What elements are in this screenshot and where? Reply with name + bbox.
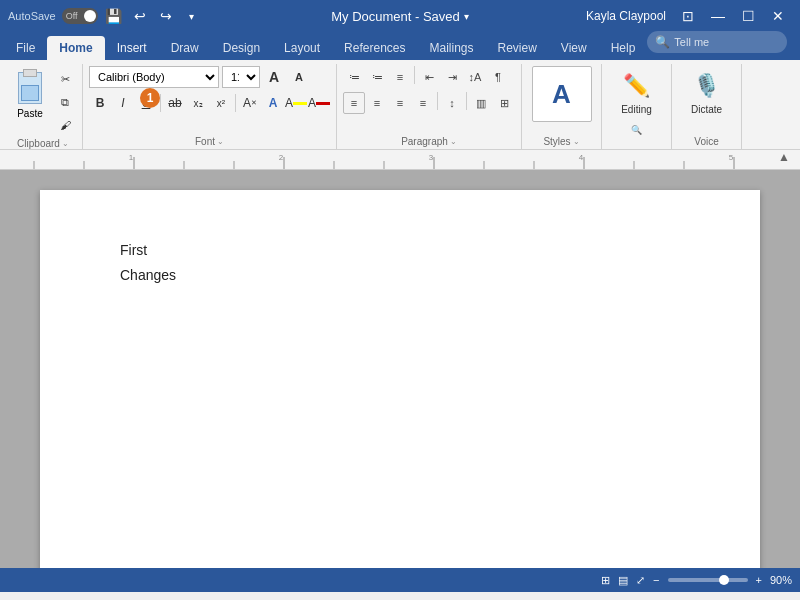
styles-icon: A	[552, 79, 571, 110]
tab-mailings[interactable]: Mailings	[417, 36, 485, 60]
paragraph-group: ≔ ≔ ≡ ⇤ ⇥ ↕A ¶ ≡ ≡ ≡ ≡ ↕ ▥ ⊞ Par	[337, 64, 522, 149]
zoom-minus-btn[interactable]: −	[653, 574, 659, 586]
cut-button[interactable]: ✂	[54, 68, 76, 90]
para-row-2: ≡ ≡ ≡ ≡ ↕ ▥ ⊞	[343, 92, 515, 114]
tab-design[interactable]: Design	[211, 36, 272, 60]
format-painter-button[interactable]: 🖌	[54, 114, 76, 136]
copy-button[interactable]: ⧉	[54, 91, 76, 113]
search-placeholder: Tell me	[674, 36, 709, 48]
divider-2	[235, 94, 236, 112]
show-hide-button[interactable]: ¶	[487, 66, 509, 88]
font-size-select[interactable]: 11	[222, 66, 260, 88]
svg-text:4: 4	[579, 153, 584, 162]
title-bar-left: AutoSave Off 💾 ↩ ↪ ▾	[8, 6, 202, 26]
clear-format-button[interactable]: A✕	[239, 92, 261, 114]
svg-text:2: 2	[279, 153, 284, 162]
styles-group: A Styles ⌄	[522, 64, 602, 149]
zoom-slider[interactable]	[668, 578, 748, 582]
read-view-btn[interactable]: ▤	[618, 574, 628, 587]
font-expand[interactable]: ⌄	[217, 137, 224, 146]
close-button[interactable]: ✕	[764, 2, 792, 30]
tab-review[interactable]: Review	[486, 36, 549, 60]
title-bar-right: Kayla Claypool ⊡ — ☐ ✕	[586, 2, 792, 30]
justify-button[interactable]: ≡	[412, 92, 434, 114]
find-icon: 🔍	[631, 125, 642, 135]
dictate-button[interactable]: 🎙️ Dictate	[685, 66, 729, 119]
shading-button[interactable]: ▥	[470, 92, 492, 114]
zoom-percent[interactable]: 90%	[770, 574, 792, 586]
tab-draw[interactable]: Draw	[159, 36, 211, 60]
italic-button[interactable]: I	[112, 92, 134, 114]
multilevel-button[interactable]: ≡	[389, 66, 411, 88]
focus-view-btn[interactable]: ⤢	[636, 574, 645, 587]
numbering-button[interactable]: ≔	[366, 66, 388, 88]
bullets-button[interactable]: ≔	[343, 66, 365, 88]
paste-button[interactable]: Paste	[10, 66, 50, 121]
maximize-button[interactable]: ☐	[734, 2, 762, 30]
save-icon[interactable]: 💾	[104, 6, 124, 26]
styles-content: A	[532, 66, 592, 134]
undo-icon[interactable]: ↩	[130, 6, 150, 26]
highlight-button[interactable]: A	[285, 92, 307, 114]
tab-view[interactable]: View	[549, 36, 599, 60]
document-page[interactable]: First Changes	[40, 190, 760, 568]
share-icon[interactable]: ↗	[791, 28, 800, 56]
ruler-svg: 1 2 3 4 5	[4, 151, 784, 169]
font-color-button[interactable]: A	[308, 92, 330, 114]
autosave-knob	[84, 10, 96, 22]
tab-layout[interactable]: Layout	[272, 36, 332, 60]
notification-badge: 1	[140, 88, 160, 108]
styles-expand[interactable]: ⌄	[573, 137, 580, 146]
search-replace-button[interactable]: 🔍	[625, 121, 648, 139]
editing-group: ✏️ Editing 🔍	[602, 64, 672, 149]
highlight-strip	[293, 102, 307, 105]
clipboard-label: Clipboard ⌄	[10, 136, 76, 151]
clipboard-expand[interactable]: ⌄	[62, 139, 69, 148]
decrease-indent-button[interactable]: ⇤	[418, 66, 440, 88]
font-name-select[interactable]: Calibri (Body)	[89, 66, 219, 88]
align-left-button[interactable]: ≡	[343, 92, 365, 114]
quick-access-more[interactable]: ▾	[182, 6, 202, 26]
search-bar[interactable]: 🔍 Tell me	[647, 31, 787, 53]
tab-help[interactable]: Help	[599, 36, 648, 60]
editing-button[interactable]: ✏️ Editing	[615, 66, 659, 119]
decrease-font-btn[interactable]: A	[288, 66, 310, 88]
font-color-strip	[316, 102, 330, 105]
autosave-toggle[interactable]: Off	[62, 8, 98, 24]
search-icon: 🔍	[655, 35, 670, 49]
layout-view-btn[interactable]: ⊞	[601, 574, 610, 587]
increase-indent-button[interactable]: ⇥	[441, 66, 463, 88]
zoom-plus-btn[interactable]: +	[756, 574, 762, 586]
text-effects-button[interactable]: A	[262, 92, 284, 114]
tab-insert[interactable]: Insert	[105, 36, 159, 60]
document-area: First Changes	[0, 170, 800, 568]
clipboard-small-btns: ✂ ⧉ 🖌	[54, 66, 76, 136]
strikethrough-button[interactable]: ab	[164, 92, 186, 114]
paragraph-expand[interactable]: ⌄	[450, 137, 457, 146]
tab-home[interactable]: Home	[47, 36, 104, 60]
borders-button[interactable]: ⊞	[493, 92, 515, 114]
title-dropdown-arrow[interactable]: ▾	[464, 11, 469, 22]
ribbon: Paste ✂ ⧉ 🖌 Clipboard ⌄ Calibri (Body) 1…	[0, 60, 800, 150]
tab-references[interactable]: References	[332, 36, 417, 60]
increase-font-btn[interactable]: A	[263, 66, 285, 88]
superscript-button[interactable]: x²	[210, 92, 232, 114]
minimize-button[interactable]: —	[704, 2, 732, 30]
paste-inner	[21, 85, 39, 101]
doc-line-2: Changes	[120, 265, 680, 286]
styles-box[interactable]: A	[532, 66, 592, 122]
tab-file[interactable]: File	[4, 36, 47, 60]
align-center-button[interactable]: ≡	[366, 92, 388, 114]
doc-line-1: First	[120, 240, 680, 261]
paste-icon-clip	[23, 69, 37, 77]
bold-button[interactable]: B	[89, 92, 111, 114]
redo-icon[interactable]: ↪	[156, 6, 176, 26]
sort-button[interactable]: ↕A	[464, 66, 486, 88]
align-right-button[interactable]: ≡	[389, 92, 411, 114]
paste-icon	[14, 68, 46, 108]
subscript-button[interactable]: x₂	[187, 92, 209, 114]
restore-button[interactable]: ⊡	[674, 2, 702, 30]
collapse-ribbon-btn[interactable]: ▲	[778, 150, 792, 164]
line-spacing-button[interactable]: ↕	[441, 92, 463, 114]
editing-label: Editing	[621, 104, 652, 115]
